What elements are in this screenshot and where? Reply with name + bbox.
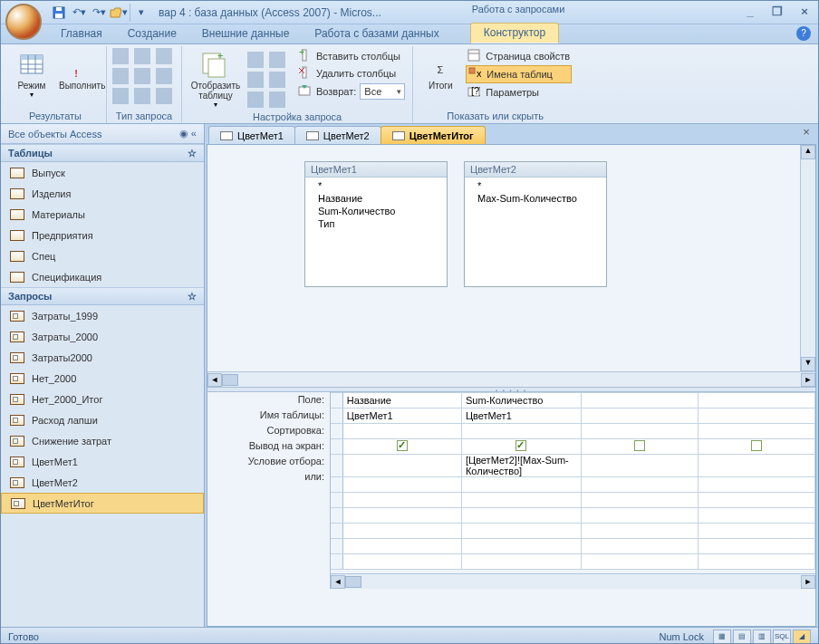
insert-columns-button[interactable]: +Вставить столбцы xyxy=(296,48,407,64)
grid-cell[interactable] xyxy=(581,455,698,477)
field-list-1[interactable]: ЦветМет1 *НазваниеSum-КоличествоТип xyxy=(304,161,448,287)
diagram-vscroll[interactable]: ▲▼ xyxy=(800,145,815,371)
doc-tab[interactable]: ЦветМет2 xyxy=(294,126,381,144)
nav-table-item[interactable]: Спецификация xyxy=(1,266,204,287)
query-type-gallery[interactable] xyxy=(112,48,176,106)
tab-dbtools[interactable]: Работа с базами данных xyxy=(302,24,451,43)
field-item[interactable]: Тип xyxy=(305,217,447,230)
grid-cell[interactable] xyxy=(581,554,698,570)
field-item[interactable]: Название xyxy=(305,192,447,205)
show-checkbox[interactable] xyxy=(634,440,645,451)
undo-icon[interactable]: ↶▾ xyxy=(70,4,88,22)
nav-query-item[interactable]: Затраты2000 xyxy=(1,347,204,368)
grid-cell[interactable] xyxy=(698,424,814,439)
nav-group-queries[interactable]: Запросы☆ xyxy=(1,287,204,305)
grid-cell[interactable]: Название xyxy=(342,393,461,409)
show-checkbox[interactable] xyxy=(751,440,762,451)
nav-query-item[interactable]: Нет_2000 xyxy=(1,368,204,389)
close-button[interactable]: × xyxy=(795,5,814,21)
grid-cell[interactable] xyxy=(698,477,814,493)
doc-tab[interactable]: ЦветМет1 xyxy=(208,126,295,144)
show-checkbox[interactable] xyxy=(397,440,408,451)
delete-columns-button[interactable]: Удалить столбцы xyxy=(296,65,407,82)
grid-cell[interactable] xyxy=(581,424,698,439)
show-checkbox[interactable] xyxy=(515,440,526,451)
grid-cell[interactable] xyxy=(342,539,461,554)
help-button[interactable]: ? xyxy=(796,26,811,41)
parameters-button[interactable]: [?]Параметры xyxy=(466,84,572,101)
grid-cell[interactable] xyxy=(581,477,698,493)
nav-query-item[interactable]: ЦветМет2 xyxy=(1,472,204,493)
nav-query-item[interactable]: Нет_2000_Итог xyxy=(1,389,204,409)
chart-view-button[interactable]: ▥ xyxy=(753,630,771,644)
doc-tab[interactable]: ЦветМетИтог xyxy=(381,126,486,144)
nav-header[interactable]: Все объекты Access◉ « xyxy=(1,124,204,144)
nav-query-item[interactable]: ЦветМет1 xyxy=(1,451,204,472)
grid-cell[interactable] xyxy=(461,477,581,493)
field-item[interactable]: Sum-Количество xyxy=(305,205,447,217)
open-icon[interactable]: ▾ xyxy=(110,4,128,22)
field-item[interactable]: * xyxy=(465,179,606,192)
grid-cell[interactable] xyxy=(461,508,581,524)
view-button[interactable]: Режим▾ xyxy=(10,48,53,101)
nav-query-item[interactable]: Снижение затрат xyxy=(1,430,204,451)
minimize-button[interactable]: _ xyxy=(740,5,760,21)
save-icon[interactable] xyxy=(50,4,68,22)
nav-query-item[interactable]: ЦветМетИтог xyxy=(1,493,204,514)
restore-button[interactable]: ❐ xyxy=(767,5,787,21)
grid-cell[interactable]: ЦветМет1 xyxy=(342,409,461,424)
tab-create[interactable]: Создание xyxy=(115,24,189,43)
nav-group-tables[interactable]: Таблицы☆ xyxy=(1,144,204,162)
nav-table-item[interactable]: Материалы xyxy=(1,204,204,225)
office-button[interactable] xyxy=(5,4,42,40)
row-ops[interactable] xyxy=(247,52,289,110)
grid-cell[interactable] xyxy=(581,493,698,508)
grid-cell[interactable]: Sum-Количество xyxy=(461,393,581,409)
redo-icon[interactable]: ↷▾ xyxy=(90,4,108,22)
grid-cell[interactable] xyxy=(342,439,461,455)
grid-cell[interactable] xyxy=(461,539,581,554)
nav-query-item[interactable]: Затраты_1999 xyxy=(1,305,204,326)
grid-cell[interactable] xyxy=(698,493,814,508)
field-item[interactable]: Max-Sum-Количество xyxy=(465,192,606,205)
query-diagram-pane[interactable]: ЦветМет1 *НазваниеSum-КоличествоТип Цвет… xyxy=(207,145,815,371)
sql-view-button[interactable]: SQL xyxy=(773,630,791,644)
grid-cell[interactable] xyxy=(342,424,461,439)
datasheet-view-button[interactable]: ▦ xyxy=(713,630,731,644)
grid-cell[interactable] xyxy=(581,539,698,554)
return-combo[interactable]: Возврат: Все xyxy=(296,82,407,101)
nav-table-item[interactable]: Предприятия xyxy=(1,225,204,245)
grid-cell[interactable] xyxy=(698,554,814,570)
design-view-button[interactable]: ◢ xyxy=(793,630,811,644)
grid-cell[interactable] xyxy=(342,455,461,477)
tab-design[interactable]: Конструктор xyxy=(470,23,559,43)
qat-customize-icon[interactable]: ▾ xyxy=(130,4,148,22)
tab-external[interactable]: Внешние данные xyxy=(189,24,303,43)
grid-cell[interactable] xyxy=(461,493,581,508)
grid-cell[interactable] xyxy=(581,524,698,539)
nav-table-item[interactable]: Выпуск xyxy=(1,162,204,183)
grid-cell[interactable] xyxy=(581,393,698,409)
grid-cell[interactable] xyxy=(342,493,461,508)
nav-table-item[interactable]: Изделия xyxy=(1,183,204,204)
grid-cell[interactable]: ЦветМет1 xyxy=(461,409,581,424)
show-table-button[interactable]: + Отобразить таблицу▾ xyxy=(188,48,244,111)
run-button[interactable]: ! Выполнить xyxy=(57,48,101,92)
field-list-2[interactable]: ЦветМет2 *Max-Sum-Количество xyxy=(464,161,607,287)
grid-cell[interactable] xyxy=(342,554,461,570)
grid-cell[interactable] xyxy=(698,439,814,455)
grid-cell[interactable] xyxy=(342,477,461,493)
nav-table-item[interactable]: Спец xyxy=(1,245,204,266)
grid-cell[interactable] xyxy=(698,508,814,524)
grid-cell[interactable] xyxy=(698,393,814,409)
grid-cell[interactable] xyxy=(461,424,581,439)
grid-cell[interactable] xyxy=(461,439,581,455)
grid-cell[interactable] xyxy=(342,524,461,539)
tab-home[interactable]: Главная xyxy=(48,24,115,43)
grid-cell[interactable] xyxy=(581,409,698,424)
field-item[interactable]: * xyxy=(305,179,447,192)
query-grid[interactable]: Поле: Имя таблицы: Сортировка: Вывод на … xyxy=(207,392,815,589)
grid-cell[interactable] xyxy=(698,539,814,554)
close-doc-button[interactable]: × xyxy=(800,127,813,139)
grid-cell[interactable] xyxy=(698,524,814,539)
